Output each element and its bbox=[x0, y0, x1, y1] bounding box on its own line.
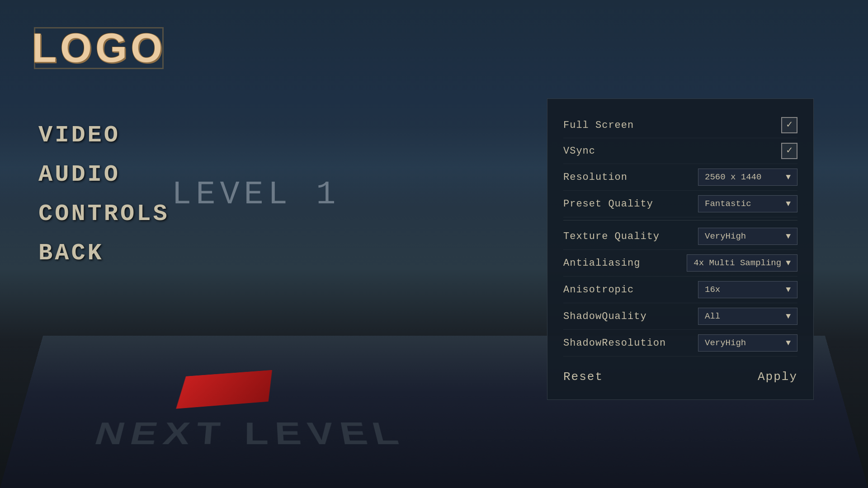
setting-row-anisotropic: Anisotropic 16x ▼ bbox=[563, 277, 797, 303]
nav-item-back[interactable]: BACK bbox=[38, 240, 170, 267]
texture-quality-value: VeryHigh bbox=[705, 231, 746, 241]
reset-button[interactable]: Reset bbox=[563, 370, 603, 384]
anisotropic-value: 16x bbox=[705, 285, 720, 295]
preset-quality-dropdown-arrow: ▼ bbox=[786, 199, 791, 208]
shadow-resolution-label: ShadowResolution bbox=[563, 338, 666, 349]
shadow-quality-dropdown-arrow: ▼ bbox=[786, 312, 791, 321]
setting-row-full-screen: Full Screen ✓ bbox=[563, 113, 797, 138]
antialiasing-dropdown[interactable]: 4x Multi Sampling ▼ bbox=[687, 254, 797, 272]
anisotropic-dropdown[interactable]: 16x ▼ bbox=[698, 281, 797, 298]
texture-quality-dropdown-arrow: ▼ bbox=[786, 232, 791, 241]
game-logo: LOGO bbox=[32, 25, 166, 71]
nav-item-audio[interactable]: AUDIO bbox=[38, 161, 170, 188]
setting-row-resolution: Resolution 2560 x 1440 ▼ bbox=[563, 164, 797, 191]
nav-menu: VIDEO AUDIO CONTROLS BACK bbox=[38, 122, 170, 267]
anisotropic-dropdown-arrow: ▼ bbox=[786, 285, 791, 294]
shadow-quality-value: All bbox=[705, 311, 720, 321]
full-screen-check-icon: ✓ bbox=[786, 120, 792, 130]
vsync-label: VSync bbox=[563, 145, 595, 157]
resolution-dropdown-arrow: ▼ bbox=[786, 173, 791, 182]
antialiasing-label: Antialiasing bbox=[563, 258, 640, 269]
resolution-dropdown[interactable]: 2560 x 1440 ▼ bbox=[698, 169, 797, 186]
settings-divider bbox=[563, 220, 797, 221]
setting-row-antialiasing: Antialiasing 4x Multi Sampling ▼ bbox=[563, 250, 797, 277]
vsync-check-icon: ✓ bbox=[786, 146, 792, 156]
shadow-resolution-dropdown[interactable]: VeryHigh ▼ bbox=[698, 334, 797, 352]
shadow-quality-dropdown[interactable]: All ▼ bbox=[698, 308, 797, 325]
level-label: LEVEL 1 bbox=[172, 176, 340, 213]
nav-item-video[interactable]: VIDEO bbox=[38, 122, 170, 149]
full-screen-checkbox[interactable]: ✓ bbox=[781, 117, 797, 133]
setting-row-shadow-quality: ShadowQuality All ▼ bbox=[563, 303, 797, 330]
anisotropic-label: Anisotropic bbox=[563, 284, 634, 296]
ground-text: NEXT LEVEL bbox=[90, 416, 409, 452]
setting-row-shadow-resolution: ShadowResolution VeryHigh ▼ bbox=[563, 330, 797, 357]
resolution-label: Resolution bbox=[563, 172, 627, 183]
setting-row-preset-quality: Preset Quality Fantastic ▼ bbox=[563, 191, 797, 217]
texture-quality-dropdown[interactable]: VeryHigh ▼ bbox=[698, 228, 797, 245]
preset-quality-dropdown[interactable]: Fantastic ▼ bbox=[698, 195, 797, 212]
vsync-checkbox[interactable]: ✓ bbox=[781, 143, 797, 159]
preset-quality-value: Fantastic bbox=[705, 199, 751, 209]
setting-row-texture-quality: Texture Quality VeryHigh ▼ bbox=[563, 223, 797, 250]
shadow-resolution-dropdown-arrow: ▼ bbox=[786, 338, 791, 347]
preset-quality-label: Preset Quality bbox=[563, 198, 653, 210]
setting-row-vsync: VSync ✓ bbox=[563, 138, 797, 164]
antialiasing-dropdown-arrow: ▼ bbox=[786, 258, 791, 267]
shadow-resolution-value: VeryHigh bbox=[705, 338, 746, 348]
antialiasing-value: 4x Multi Sampling bbox=[693, 258, 781, 268]
settings-footer: Reset Apply bbox=[563, 360, 797, 384]
resolution-value: 2560 x 1440 bbox=[705, 172, 761, 182]
nav-item-controls[interactable]: CONTROLS bbox=[38, 201, 170, 227]
texture-quality-label: Texture Quality bbox=[563, 231, 660, 242]
full-screen-label: Full Screen bbox=[563, 120, 634, 131]
settings-panel: Full Screen ✓ VSync ✓ Resolution 2560 x … bbox=[547, 99, 814, 400]
apply-button[interactable]: Apply bbox=[758, 370, 797, 384]
shadow-quality-label: ShadowQuality bbox=[563, 311, 647, 322]
